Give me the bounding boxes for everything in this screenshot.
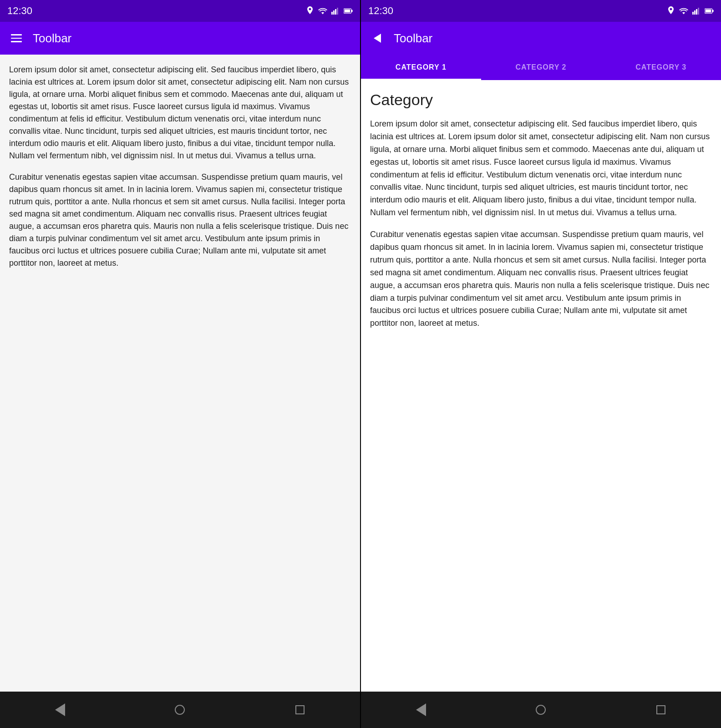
svg-rect-12 — [712, 10, 714, 12]
app-bar-left: Toolbar — [0, 22, 360, 55]
tab-label-2: CATEGORY 2 — [516, 63, 567, 71]
tab-category-3[interactable]: CATEGORY 3 — [601, 55, 721, 80]
status-time-right: 12:30 — [368, 5, 393, 17]
tab-bar: CATEGORY 1 CATEGORY 2 CATEGORY 3 — [361, 55, 721, 80]
svg-rect-3 — [337, 8, 338, 15]
signal-icon-right — [692, 6, 701, 15]
left-phone: 12:30 — [0, 0, 360, 728]
recents-button-left[interactable] — [286, 696, 314, 723]
status-icons-right — [666, 6, 714, 15]
content-area-left: Lorem ipsum dolor sit amet, consectetur … — [0, 55, 360, 692]
hamburger-icon — [11, 34, 22, 42]
tab-category-1[interactable]: CATEGORY 1 — [361, 55, 481, 80]
location-icon — [305, 6, 315, 15]
svg-rect-13 — [706, 10, 711, 13]
right-phone: 12:30 — [361, 0, 721, 728]
svg-rect-0 — [331, 12, 333, 15]
battery-icon-right — [705, 6, 714, 15]
back-icon-right — [416, 703, 426, 716]
status-bar-left: 12:30 — [0, 0, 360, 22]
recents-button-right[interactable] — [647, 696, 675, 723]
tab-category-2[interactable]: CATEGORY 2 — [481, 55, 601, 80]
svg-rect-5 — [351, 10, 353, 12]
status-time-left: 12:30 — [7, 5, 32, 17]
home-button-right[interactable] — [527, 696, 554, 723]
recents-icon-left — [295, 705, 305, 714]
svg-rect-10 — [698, 8, 699, 15]
tab-label-3: CATEGORY 3 — [635, 63, 686, 71]
home-icon-left — [175, 705, 185, 715]
back-button-left[interactable] — [46, 696, 74, 723]
wifi-icon-right — [679, 6, 688, 15]
battery-icon — [344, 6, 353, 15]
status-bar-right: 12:30 — [361, 0, 721, 22]
hamburger-line-2 — [11, 38, 22, 39]
app-bar-title-left: Toolbar — [33, 31, 71, 46]
signal-icon — [331, 6, 340, 15]
hamburger-line-1 — [11, 34, 22, 35]
app-bar-right: Toolbar — [361, 22, 721, 55]
content-heading-right: Category — [370, 91, 712, 109]
home-icon-right — [536, 705, 546, 715]
content-paragraph-1-right: Lorem ipsum dolor sit amet, consectetur … — [370, 118, 712, 219]
app-bar-title-right: Toolbar — [394, 31, 432, 46]
back-button-right[interactable] — [407, 696, 435, 723]
back-icon-left — [55, 703, 65, 716]
svg-rect-8 — [694, 10, 696, 15]
tab-label-1: CATEGORY 1 — [396, 63, 447, 71]
nav-bar-right — [361, 692, 721, 728]
wifi-icon — [318, 6, 327, 15]
home-button-left[interactable] — [166, 696, 193, 723]
hamburger-line-3 — [11, 41, 22, 42]
location-icon-right — [666, 6, 675, 15]
recents-icon-right — [656, 705, 665, 714]
svg-rect-2 — [335, 9, 336, 15]
back-button-appbar[interactable] — [368, 29, 386, 47]
menu-button[interactable] — [7, 29, 25, 47]
svg-rect-7 — [692, 12, 694, 15]
svg-rect-1 — [333, 10, 335, 15]
content-paragraph-1-left: Lorem ipsum dolor sit amet, consectetur … — [9, 64, 351, 162]
back-arrow-icon — [374, 34, 381, 43]
svg-rect-6 — [345, 10, 350, 13]
status-icons-left — [305, 6, 353, 15]
content-area-right: Category Lorem ipsum dolor sit amet, con… — [361, 80, 721, 692]
nav-bar-left — [0, 692, 360, 728]
svg-rect-9 — [696, 9, 697, 15]
content-paragraph-2-left: Curabitur venenatis egestas sapien vitae… — [9, 171, 351, 269]
content-paragraph-2-right: Curabitur venenatis egestas sapien vitae… — [370, 228, 712, 330]
